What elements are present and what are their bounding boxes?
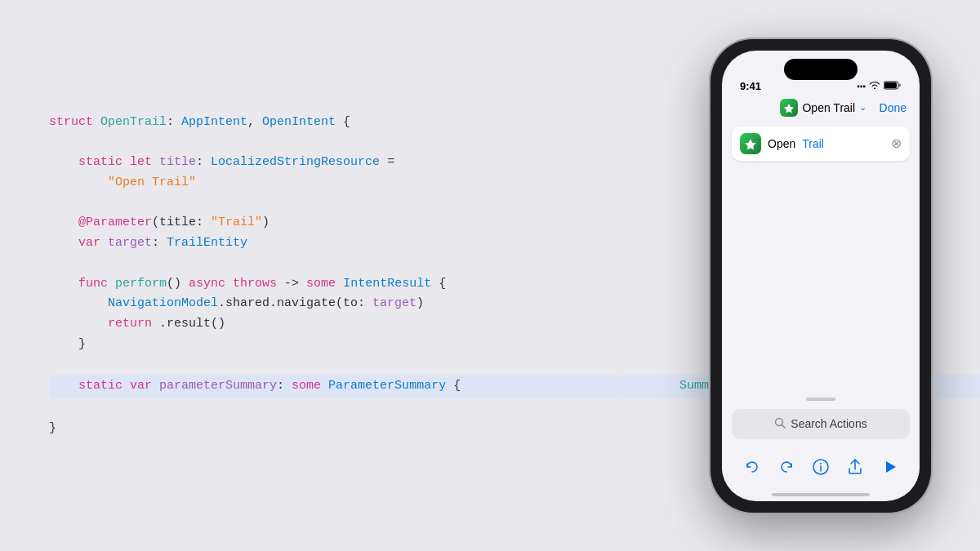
nav-app-name[interactable]: Open Trail ⌄ [780,99,866,117]
phone-wrapper: 9:41 ▪▪▪ [710,39,931,513]
action-row: Open Trail ⊗ [732,127,910,161]
code-line: "Open Trail" [49,173,621,193]
svg-rect-1 [884,82,897,88]
code-line: static var parameterSummary: some Parame… [49,375,621,398]
status-icons: ▪▪▪ [857,81,902,91]
code-line [49,398,621,419]
svg-line-3 [782,424,786,428]
action-app-icon [740,133,761,154]
toolbar-undo-button[interactable] [739,454,765,480]
code-line: return .result() [49,314,621,335]
toolbar-play-button[interactable] [876,454,902,480]
action-trail-label[interactable]: Trail [802,137,824,150]
search-actions-button[interactable]: Search Actions [732,409,910,439]
code-line: func perform() async throws -> some Inte… [49,274,621,295]
toolbar-info-button[interactable] [808,454,834,480]
code-line: @Parameter(title: "Trail") [49,213,621,233]
code-line: static let title: LocalizedStringResourc… [49,153,621,173]
toolbar-share-button[interactable] [842,454,868,480]
code-line: } [49,335,621,355]
code-block: struct OpenTrail: AppIntent, OpenIntent … [49,113,621,439]
code-line [49,254,621,274]
action-open-label: Open [768,137,795,150]
code-panel: struct OpenTrail: AppIntent, OpenIntent … [49,96,621,455]
code-line: } [49,419,621,439]
phone-mockup: 9:41 ▪▪▪ [710,39,931,513]
app-icon-nav [780,99,798,117]
code-line [49,193,621,214]
svg-point-6 [820,463,822,464]
code-line [49,355,621,375]
toolbar [722,446,920,493]
code-line: NavigationModel.shared.navigate(to: targ… [49,294,621,314]
code-line: struct OpenTrail: AppIntent, OpenIntent … [49,113,621,133]
nav-bar: Open Trail ⌄ Done [722,96,920,123]
dynamic-island [784,59,858,80]
nav-done-button[interactable]: Done [880,101,906,114]
signal-icon: ▪▪▪ [857,82,866,91]
bottom-sheet: Search Actions [722,398,920,446]
toolbar-redo-button[interactable] [773,454,800,480]
sheet-handle [806,398,835,401]
nav-chevron-icon: ⌄ [859,102,866,113]
status-time: 9:41 [740,80,761,92]
code-line: var target: TrailEntity [49,233,621,254]
nav-app-label: Open Trail [802,101,855,114]
wifi-icon [869,81,880,91]
phone-screen: 9:41 ▪▪▪ [722,51,920,501]
home-indicator [772,493,870,496]
content-area [722,167,920,398]
action-close-button[interactable]: ⊗ [891,136,902,151]
search-icon [774,417,786,431]
svg-marker-7 [886,461,896,473]
search-actions-label: Search Actions [791,417,866,430]
battery-icon [884,81,902,91]
code-line [49,132,621,153]
